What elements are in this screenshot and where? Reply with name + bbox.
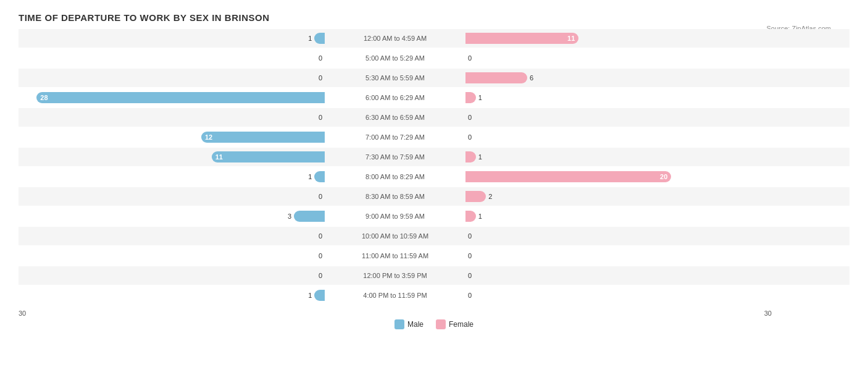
male-value: 3	[279, 213, 291, 220]
female-side: 2	[463, 191, 772, 202]
time-label: 7:30 AM to 7:59 AM	[327, 153, 463, 161]
female-side: 0	[463, 272, 772, 279]
table-row: 39:00 AM to 9:59 AM1	[19, 207, 849, 226]
female-value: 0	[468, 292, 480, 299]
female-side: 1	[463, 151, 772, 162]
table-row: 112:00 AM to 4:59 AM11	[19, 29, 849, 48]
female-bar: 20	[465, 171, 671, 182]
table-row: 05:30 AM to 5:59 AM6	[19, 69, 849, 87]
female-side: 0	[463, 133, 772, 141]
male-value: 0	[310, 114, 322, 121]
female-bar	[465, 211, 476, 222]
female-value-inside: 11	[567, 35, 578, 42]
axis-right-label: 30	[463, 310, 772, 317]
male-side: 1	[19, 33, 327, 44]
male-value-inside: 12	[201, 133, 212, 141]
male-side: 1	[19, 290, 327, 301]
legend-female-label: Female	[449, 320, 474, 329]
female-value: 1	[478, 153, 491, 161]
female-bar	[465, 191, 486, 202]
chart-area: 112:00 AM to 4:59 AM1105:00 AM to 5:29 A…	[19, 29, 849, 329]
time-label: 8:00 AM to 8:29 AM	[327, 173, 463, 180]
male-value: 0	[310, 74, 322, 82]
time-label: 6:00 AM to 6:29 AM	[327, 94, 463, 101]
male-bar	[294, 211, 325, 222]
female-bar: 11	[465, 33, 578, 44]
table-row: 08:30 AM to 8:59 AM2	[19, 187, 849, 206]
male-side: 0	[19, 252, 327, 259]
table-row: 05:00 AM to 5:29 AM0	[19, 49, 849, 67]
legend-female: Female	[436, 319, 474, 329]
male-bar	[314, 171, 325, 182]
table-row: 010:00 AM to 10:59 AM0	[19, 227, 849, 245]
female-side: 1	[463, 211, 772, 222]
female-value: 0	[468, 272, 480, 279]
male-value: 0	[310, 272, 322, 279]
female-side: 0	[463, 292, 772, 299]
female-value: 0	[468, 133, 480, 141]
female-side: 11	[463, 33, 772, 44]
time-label: 12:00 PM to 3:59 PM	[327, 272, 463, 279]
female-side: 6	[463, 72, 772, 83]
female-bar	[465, 92, 476, 103]
male-bar	[314, 290, 325, 301]
table-row: 14:00 PM to 11:59 PM0	[19, 286, 849, 305]
chart-title: TIME OF DEPARTURE TO WORK BY SEX IN BRIN…	[19, 12, 849, 23]
female-value: 1	[478, 213, 491, 220]
male-bar: 28	[36, 92, 325, 103]
axis-labels: 30 30	[19, 306, 849, 317]
legend: Male Female	[19, 319, 849, 329]
table-row: 18:00 AM to 8:29 AM20	[19, 167, 849, 186]
male-value: 0	[310, 232, 322, 240]
female-bar	[465, 72, 527, 83]
female-value-inside: 20	[660, 173, 671, 180]
male-side: 11	[19, 151, 327, 162]
male-value: 0	[310, 252, 322, 259]
time-label: 10:00 AM to 10:59 AM	[327, 232, 463, 240]
female-value: 1	[478, 94, 491, 101]
male-bar: 12	[201, 132, 325, 143]
male-side: 0	[19, 74, 327, 82]
female-side: 0	[463, 54, 772, 62]
time-label: 6:30 AM to 6:59 AM	[327, 114, 463, 121]
time-label: 12:00 AM to 4:59 AM	[327, 35, 463, 42]
time-label: 9:00 AM to 9:59 AM	[327, 213, 463, 220]
male-side: 0	[19, 272, 327, 279]
table-row: 011:00 AM to 11:59 AM0	[19, 247, 849, 265]
female-side: 0	[463, 232, 772, 240]
female-value: 6	[530, 74, 542, 82]
table-row: 127:00 AM to 7:29 AM0	[19, 128, 849, 146]
female-value: 0	[468, 232, 480, 240]
male-bar	[314, 33, 325, 44]
male-bar: 11	[212, 151, 325, 162]
table-row: 06:30 AM to 6:59 AM0	[19, 108, 849, 127]
time-label: 5:30 AM to 5:59 AM	[327, 74, 463, 82]
female-value: 0	[468, 114, 480, 121]
table-row: 286:00 AM to 6:29 AM1	[19, 88, 849, 107]
table-row: 117:30 AM to 7:59 AM1	[19, 148, 849, 166]
male-side: 3	[19, 211, 327, 222]
table-row: 012:00 PM to 3:59 PM0	[19, 266, 849, 285]
female-value: 2	[488, 193, 501, 200]
time-label: 5:00 AM to 5:29 AM	[327, 54, 463, 62]
female-value: 0	[468, 252, 480, 259]
male-side: 0	[19, 193, 327, 200]
female-side: 1	[463, 92, 772, 103]
male-value: 0	[310, 54, 322, 62]
time-label: 8:30 AM to 8:59 AM	[327, 193, 463, 200]
male-value: 1	[299, 292, 312, 299]
male-value: 1	[299, 35, 312, 42]
axis-left-label: 30	[19, 310, 327, 317]
female-bar	[465, 151, 476, 162]
male-side: 0	[19, 54, 327, 62]
legend-male-label: Male	[407, 320, 424, 329]
time-label: 11:00 AM to 11:59 AM	[327, 252, 463, 259]
male-value: 1	[299, 173, 312, 180]
male-side: 0	[19, 232, 327, 240]
legend-male: Male	[394, 319, 424, 329]
legend-female-box	[436, 319, 446, 329]
male-side: 12	[19, 132, 327, 143]
male-value-inside: 28	[36, 94, 48, 101]
time-label: 4:00 PM to 11:59 PM	[327, 292, 463, 299]
male-side: 1	[19, 171, 327, 182]
